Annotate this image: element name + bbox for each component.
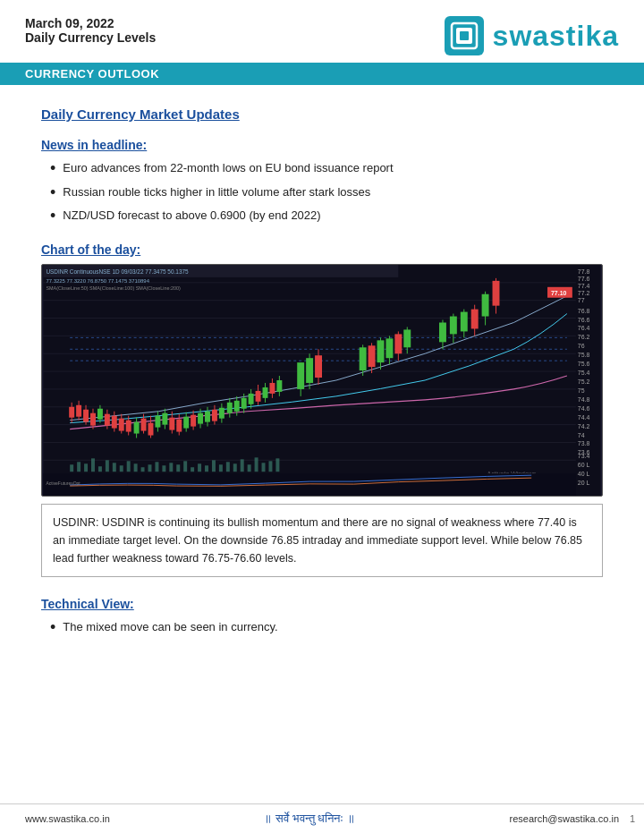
svg-rect-170 bbox=[268, 461, 272, 472]
svg-rect-117 bbox=[360, 347, 367, 370]
svg-text:77.3225  77.3220  76.8750  77.: 77.3225 77.3220 76.8750 77.1475 3710894 bbox=[46, 278, 149, 284]
svg-rect-69 bbox=[134, 421, 140, 433]
svg-rect-159 bbox=[191, 467, 194, 472]
logo-area: swastika bbox=[445, 16, 619, 55]
footer-website: www.swastika.co.in bbox=[25, 813, 110, 824]
svg-rect-174 bbox=[43, 473, 575, 496]
news-list: Euro advances from 22-month lows on EU b… bbox=[41, 159, 603, 226]
svg-text:USDINR ContinuousNSE 1D 09/03/: USDINR ContinuousNSE 1D 09/03/22 77.3475… bbox=[46, 268, 189, 275]
svg-rect-133 bbox=[461, 311, 468, 331]
news-section: News in headline: Euro advances from 22-… bbox=[41, 138, 603, 226]
svg-rect-75 bbox=[155, 415, 160, 427]
svg-rect-59 bbox=[97, 409, 103, 420]
svg-rect-152 bbox=[141, 467, 145, 472]
svg-rect-156 bbox=[169, 463, 173, 472]
svg-text:77.4: 77.4 bbox=[578, 283, 590, 289]
svg-rect-142 bbox=[70, 464, 73, 472]
svg-rect-101 bbox=[249, 394, 254, 404]
svg-rect-145 bbox=[91, 458, 95, 472]
svg-rect-57 bbox=[90, 412, 96, 425]
chart-section: Chart of the day: bbox=[41, 242, 603, 577]
svg-rect-67 bbox=[126, 420, 131, 431]
svg-text:73.8: 73.8 bbox=[578, 440, 590, 446]
svg-rect-167 bbox=[248, 464, 251, 472]
svg-text:77.8: 77.8 bbox=[578, 268, 590, 275]
svg-rect-137 bbox=[482, 294, 489, 317]
svg-rect-95 bbox=[227, 403, 233, 413]
footer-tagline: ॥ सर्वे भवन्तु धनिनः ॥ bbox=[264, 812, 354, 826]
svg-rect-161 bbox=[205, 465, 208, 472]
technical-section: Technical View: The mixed move can be se… bbox=[41, 597, 603, 638]
svg-rect-87 bbox=[198, 412, 203, 423]
page-number: 1 bbox=[630, 813, 635, 824]
svg-rect-143 bbox=[77, 462, 80, 472]
svg-text:76: 76 bbox=[578, 343, 585, 349]
svg-text:75.6: 75.6 bbox=[578, 361, 590, 367]
svg-text:40 L: 40 L bbox=[578, 471, 590, 477]
svg-text:77.2: 77.2 bbox=[578, 290, 590, 296]
svg-rect-146 bbox=[98, 466, 102, 472]
svg-rect-93 bbox=[219, 408, 225, 419]
svg-text:77: 77 bbox=[578, 296, 585, 302]
svg-rect-123 bbox=[386, 338, 393, 358]
svg-text:74.8: 74.8 bbox=[578, 396, 590, 403]
svg-rect-85 bbox=[191, 414, 196, 426]
svg-rect-111 bbox=[297, 362, 304, 389]
svg-text:75.2: 75.2 bbox=[578, 378, 590, 385]
svg-rect-165 bbox=[233, 463, 237, 472]
svg-rect-121 bbox=[377, 340, 385, 362]
list-item: Euro advances from 22-month lows on EU b… bbox=[50, 159, 603, 179]
svg-rect-168 bbox=[255, 457, 258, 472]
svg-rect-79 bbox=[169, 417, 174, 429]
svg-rect-115 bbox=[315, 355, 322, 378]
technical-list: The mixed move can be seen in currency. bbox=[41, 618, 603, 638]
svg-rect-131 bbox=[450, 316, 457, 334]
svg-rect-105 bbox=[263, 387, 268, 398]
svg-text:SMA(CloseLine:50)  SMA(CloseLi: SMA(CloseLine:50) SMA(CloseLine:100) SMA… bbox=[46, 285, 181, 291]
footer-email: research@swastika.co.in bbox=[510, 813, 619, 824]
svg-rect-107 bbox=[269, 383, 275, 394]
svg-text:75.4: 75.4 bbox=[578, 370, 590, 376]
svg-rect-129 bbox=[439, 322, 446, 342]
svg-rect-65 bbox=[119, 418, 124, 430]
svg-rect-83 bbox=[183, 416, 189, 428]
svg-rect-81 bbox=[176, 419, 182, 431]
page-wrapper: March 09, 2022 Daily Currency Levels swa… bbox=[0, 0, 644, 833]
svg-text:76.4: 76.4 bbox=[578, 325, 590, 331]
svg-rect-5 bbox=[43, 265, 600, 496]
svg-rect-163 bbox=[219, 464, 223, 472]
svg-rect-153 bbox=[148, 464, 152, 472]
svg-rect-144 bbox=[84, 463, 88, 472]
svg-rect-171 bbox=[275, 458, 279, 472]
header-subtitle: Daily Currency Levels bbox=[25, 30, 156, 45]
svg-rect-89 bbox=[205, 412, 210, 422]
svg-rect-99 bbox=[242, 398, 247, 409]
svg-rect-127 bbox=[403, 329, 411, 347]
chart-svg: 77.8 77.6 77.4 77.2 77 76.8 76.6 76.4 76… bbox=[42, 265, 602, 496]
svg-rect-154 bbox=[155, 462, 158, 472]
svg-text:20 L: 20 L bbox=[578, 480, 590, 486]
list-item: NZD/USD forecast to above 0.6900 (by end… bbox=[50, 207, 603, 226]
svg-rect-166 bbox=[241, 459, 244, 472]
logo-text: swastika bbox=[493, 20, 619, 53]
svg-text:76.8: 76.8 bbox=[578, 307, 590, 313]
svg-text:77.10: 77.10 bbox=[551, 290, 567, 296]
svg-rect-150 bbox=[127, 461, 131, 472]
technical-heading: Technical View: bbox=[41, 597, 603, 611]
chart-heading: Chart of the day: bbox=[41, 242, 603, 257]
news-heading: News in headline: bbox=[41, 138, 603, 152]
svg-rect-164 bbox=[226, 462, 230, 472]
svg-rect-158 bbox=[183, 461, 187, 472]
content: Daily Currency Market Updates News in he… bbox=[0, 85, 644, 659]
svg-text:75: 75 bbox=[578, 387, 585, 394]
svg-text:74.6: 74.6 bbox=[578, 405, 590, 412]
list-item: Russian rouble ticks higher in little vo… bbox=[50, 183, 603, 203]
svg-rect-125 bbox=[394, 334, 402, 353]
svg-rect-151 bbox=[134, 463, 138, 472]
chart-description: USDINR: USDINR is continuing its bullish… bbox=[41, 504, 603, 577]
svg-rect-63 bbox=[112, 415, 117, 428]
svg-text:74.4: 74.4 bbox=[578, 413, 590, 420]
svg-rect-71 bbox=[141, 418, 147, 430]
svg-text:75.8: 75.8 bbox=[578, 352, 590, 358]
svg-rect-113 bbox=[306, 358, 313, 383]
